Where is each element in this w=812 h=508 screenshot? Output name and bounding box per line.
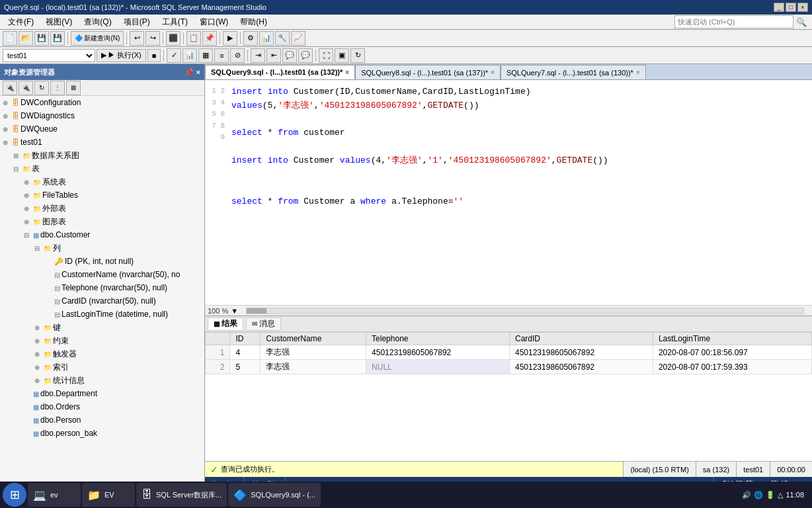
taskbar-item[interactable]: 🗄SQL Server数据库... (136, 483, 227, 507)
uncomment-btn[interactable]: 💬 (298, 48, 313, 63)
close-button[interactable]: × (797, 3, 808, 12)
tree-item[interactable]: ⊕🗄DWQueue (0, 122, 204, 136)
results-grid-btn[interactable]: ▦ (198, 48, 213, 63)
tree-item[interactable]: ▦dbo.person_bak (0, 427, 204, 440)
menu-help[interactable]: 帮助(H) (235, 15, 272, 29)
comment-btn[interactable]: 💬 (282, 48, 297, 63)
database-selector[interactable]: test01 (3, 49, 95, 62)
maximize-button[interactable]: □ (786, 3, 796, 12)
results-text-btn[interactable]: ≡ (214, 48, 229, 63)
save-all-btn[interactable]: 💾 (50, 31, 65, 46)
debug-btn[interactable]: ▶ (223, 31, 237, 46)
sidebar-close-icon[interactable]: × (196, 68, 200, 77)
sidebar-btn2[interactable]: 🔌 (19, 81, 33, 95)
tree-item[interactable]: ⊟▦dbo.Customer (0, 228, 204, 241)
tree-item[interactable]: ⊕📁索引 (0, 360, 204, 374)
result-tab[interactable]: ▦结果 (208, 318, 243, 331)
menu-file[interactable]: 文件(F) (3, 15, 39, 29)
cancel-button[interactable]: ■ (147, 49, 161, 62)
tree-item[interactable]: ⊕📁约束 (0, 334, 204, 347)
tree-item[interactable]: ⊟📁列 (0, 241, 204, 255)
editor-area: SQLQuery9.sql - (l...).test01 (sa (132))… (205, 64, 812, 491)
new-file-btn[interactable]: 📄 (3, 31, 17, 46)
tab-close-icon[interactable]: × (636, 69, 640, 76)
tab-close-icon[interactable]: × (345, 69, 349, 76)
status-bar: ✓ 查询已成功执行。 (local) (15.0 RTM) sa (132) t… (205, 461, 812, 477)
refresh-btn[interactable]: ↻ (350, 48, 365, 63)
editor-tab[interactable]: SQLQuery9.sql - (l...).test01 (sa (132))… (205, 65, 355, 79)
tree-item[interactable]: ⊕📁键 (0, 321, 204, 334)
save-btn[interactable]: 💾 (34, 31, 49, 46)
menu-project[interactable]: 项目(P) (118, 15, 155, 29)
grid-cell: 4 (230, 345, 261, 360)
scrollbar-thumb[interactable] (247, 308, 266, 314)
new-query-btn[interactable]: 🔷 新建查询(N) (71, 31, 124, 46)
sidebar-stop[interactable]: ⊠ (66, 81, 81, 95)
indent-btn[interactable]: ⇥ (251, 48, 265, 63)
outdent-btn[interactable]: ⇤ (266, 48, 281, 63)
zoom-dropdown-arrow[interactable]: ▼ (231, 307, 238, 315)
sidebar-filter[interactable]: ⋮ (50, 81, 65, 95)
tree-item[interactable]: ⊕📁统计信息 (0, 374, 204, 387)
tree-item[interactable]: ⊟📁表 (0, 162, 204, 175)
tree-item[interactable]: ⊕🗄DWDiagnostics (0, 109, 204, 122)
menu-window[interactable]: 窗口(W) (194, 15, 233, 29)
col-btn[interactable]: ▣ (335, 48, 349, 63)
sidebar-btn1[interactable]: 🔌 (3, 81, 17, 95)
taskbar-item[interactable]: 💻ev (28, 483, 81, 507)
tree-item[interactable]: ⊕📁FileTables (0, 189, 204, 202)
sidebar-refresh[interactable]: ↻ (34, 81, 49, 95)
paste-btn[interactable]: 📌 (202, 31, 217, 46)
quick-search-input[interactable] (674, 15, 793, 28)
tree-item[interactable]: ▤Telephone (nvarchar(50), null) (0, 281, 204, 294)
tray-speaker-icon[interactable]: 🔊 (742, 491, 751, 499)
stop-btn[interactable]: ⬛ (166, 31, 181, 46)
tab-close-icon[interactable]: × (491, 69, 495, 76)
editor-tab[interactable]: SQLQuery7.sql - (l...).test01 (sa (130))… (501, 65, 646, 79)
show-plan-btn[interactable]: 📊 (183, 48, 197, 63)
tray-network-icon[interactable]: 🌐 (754, 491, 763, 499)
tree-item[interactable]: ▦dbo.Department (0, 387, 204, 400)
horizontal-scrollbar[interactable] (246, 308, 804, 314)
menu-view[interactable]: 视图(V) (40, 15, 77, 29)
taskbar-item[interactable]: 📁EV (82, 483, 135, 507)
menu-tools[interactable]: 工具(T) (157, 15, 193, 29)
tree-item[interactable]: 🔑ID (PK, int, not null) (0, 255, 204, 268)
editor-tab[interactable]: SQLQuery8.sql - (l...).test01 (sa (137))… (355, 65, 501, 79)
tree-item[interactable]: ⊞📁数据库关系图 (0, 149, 204, 162)
tree-item[interactable]: ⊕📁图形表 (0, 215, 204, 228)
register-btn[interactable]: 📊 (259, 31, 274, 46)
open-btn[interactable]: 📂 (19, 31, 33, 46)
tree-item[interactable]: ⊕🗄test01 (0, 136, 204, 149)
tree-item[interactable]: ⊕📁触发器 (0, 347, 204, 360)
tree-item[interactable]: ⊕📁外部表 (0, 202, 204, 215)
code-editor[interactable]: 1 2 3 4 5 6 7 8 9 insert into Customer(I… (205, 80, 812, 305)
no-results-btn[interactable]: ⊘ (230, 48, 245, 63)
format-btn[interactable]: ⚙ (243, 31, 258, 46)
tree-item[interactable]: ▦dbo.Orders (0, 400, 204, 413)
result-tab[interactable]: ✉消息 (246, 318, 281, 331)
system-tray: 🔊 🌐 🔋 △ 11:08 (737, 491, 809, 499)
menu-query[interactable]: 查询(Q) (79, 15, 116, 29)
extra-btn[interactable]: 📈 (291, 31, 305, 46)
fullscreen-btn[interactable]: ⛶ (319, 48, 333, 63)
settings-btn[interactable]: 🔧 (275, 31, 290, 46)
tree-item[interactable]: ▤CustomerName (nvarchar(50), no (0, 268, 204, 281)
sidebar-pin-icon[interactable]: 📌 (184, 68, 194, 77)
tray-arrow-icon[interactable]: △ (778, 491, 783, 499)
copy-btn[interactable]: 📋 (186, 31, 201, 46)
tree-item[interactable]: ⊕🗄DWConfiguration (0, 96, 204, 109)
minimize-button[interactable]: _ (774, 3, 784, 12)
window-controls[interactable]: _ □ × (774, 3, 808, 12)
execute-button[interactable]: ▶ ▶ 执行(X) (97, 49, 146, 62)
taskbar-item[interactable]: 🔷SQLQuery9.sql - (... (228, 483, 321, 507)
tree-item[interactable]: ▤CardID (nvarchar(50), null) (0, 294, 204, 308)
start-button[interactable]: ⊞ (3, 483, 26, 507)
tree-item[interactable]: ▦dbo.Person (0, 413, 204, 427)
redo-btn[interactable]: ↪ (145, 31, 160, 46)
tree-item[interactable]: ⊕📁系统表 (0, 175, 204, 189)
parse-btn[interactable]: ✓ (167, 48, 181, 63)
tray-battery-icon[interactable]: 🔋 (766, 491, 775, 499)
tree-item[interactable]: ▤LastLoginTime (datetime, null) (0, 308, 204, 321)
undo-btn[interactable]: ↩ (130, 31, 144, 46)
